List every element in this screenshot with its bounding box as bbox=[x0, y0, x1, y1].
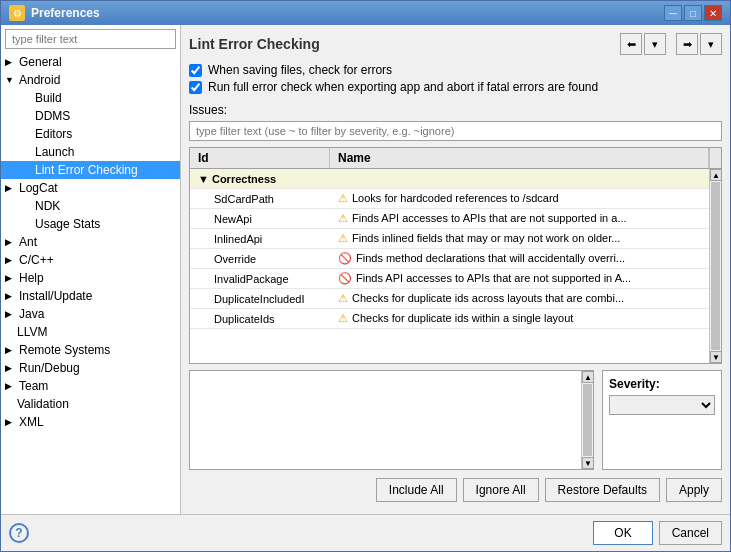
sidebar-item-general[interactable]: ▶ General bbox=[1, 53, 180, 71]
id-column-header: Id bbox=[190, 148, 330, 168]
preferences-window: ⚙ Preferences ─ □ ✕ ▶ General ▼ Android bbox=[0, 0, 731, 552]
table-cell-id: Override bbox=[190, 251, 330, 267]
sidebar-item-validation[interactable]: Validation bbox=[1, 395, 180, 413]
table-row[interactable]: NewApi ⚠Finds API accesses to APIs that … bbox=[190, 209, 709, 229]
expand-arrow-icon: ▶ bbox=[5, 255, 17, 265]
expand-arrow-icon: ▶ bbox=[5, 183, 17, 193]
sidebar-item-ddms[interactable]: DDMS bbox=[1, 107, 180, 125]
title-bar: ⚙ Preferences ─ □ ✕ bbox=[1, 1, 730, 25]
table-row[interactable]: DuplicateIds ⚠Checks for duplicate ids w… bbox=[190, 309, 709, 329]
sidebar-item-java[interactable]: ▶ Java bbox=[1, 305, 180, 323]
sidebar-item-ant[interactable]: ▶ Ant bbox=[1, 233, 180, 251]
sidebar-item-label: Usage Stats bbox=[35, 217, 100, 231]
expand-arrow-icon: ▶ bbox=[5, 363, 17, 373]
group-arrow-icon: ▼ bbox=[198, 173, 212, 185]
table-cell-id: InlinedApi bbox=[190, 231, 330, 247]
scroll-up-icon[interactable]: ▲ bbox=[582, 371, 594, 383]
restore-defaults-button[interactable]: Restore Defaults bbox=[545, 478, 660, 502]
table-cell-id: ▼ Correctness bbox=[190, 171, 330, 187]
panel-title: Lint Error Checking bbox=[189, 36, 320, 52]
sidebar-item-lint-error-checking[interactable]: Lint Error Checking bbox=[1, 161, 180, 179]
table-cell-name: ⚠Finds API accesses to APIs that are not… bbox=[330, 210, 709, 227]
sidebar-item-remote-systems[interactable]: ▶ Remote Systems bbox=[1, 341, 180, 359]
description-scrollbar[interactable]: ▲ ▼ bbox=[581, 371, 593, 469]
sidebar-item-editors[interactable]: Editors bbox=[1, 125, 180, 143]
sidebar-item-xml[interactable]: ▶ XML bbox=[1, 413, 180, 431]
main-content: ▶ General ▼ Android Build DDMS Editors bbox=[1, 25, 730, 514]
expand-arrow-icon: ▶ bbox=[5, 57, 17, 67]
window-icon: ⚙ bbox=[9, 5, 25, 21]
warning-icon: ⚠ bbox=[338, 212, 348, 224]
scroll-down-button[interactable]: ▼ bbox=[710, 351, 721, 363]
sidebar-item-usage-stats[interactable]: Usage Stats bbox=[1, 215, 180, 233]
table-cell-name: 🚫Finds API accesses to APIs that are not… bbox=[330, 270, 709, 287]
scrollbar-placeholder bbox=[709, 148, 721, 168]
bottom-section: ▲ ▼ Severity: Error Warning Info Ignore bbox=[189, 370, 722, 470]
sidebar-item-install-update[interactable]: ▶ Install/Update bbox=[1, 287, 180, 305]
expand-arrow-icon: ▶ bbox=[5, 309, 17, 319]
minimize-button[interactable]: ─ bbox=[664, 5, 682, 21]
sidebar-item-llvm[interactable]: LLVM bbox=[1, 323, 180, 341]
sidebar-item-cpp[interactable]: ▶ C/C++ bbox=[1, 251, 180, 269]
sidebar-item-label: Remote Systems bbox=[19, 343, 110, 357]
maximize-button[interactable]: □ bbox=[684, 5, 702, 21]
table-row[interactable]: InlinedApi ⚠Finds inlined fields that ma… bbox=[190, 229, 709, 249]
sidebar-item-label: C/C++ bbox=[19, 253, 54, 267]
scroll-thumb[interactable] bbox=[711, 182, 720, 350]
apply-button[interactable]: Apply bbox=[666, 478, 722, 502]
sidebar-item-label: DDMS bbox=[35, 109, 70, 123]
sidebar-item-ndk[interactable]: NDK bbox=[1, 197, 180, 215]
scroll-thumb[interactable] bbox=[583, 384, 592, 456]
sidebar-item-build[interactable]: Build bbox=[1, 89, 180, 107]
checkbox-row-export: Run full error check when exporting app … bbox=[189, 80, 722, 94]
table-cell-name: ⚠Checks for duplicate ids within a singl… bbox=[330, 310, 709, 327]
scroll-down-icon[interactable]: ▼ bbox=[582, 457, 594, 469]
ok-button[interactable]: OK bbox=[593, 521, 652, 545]
table-row[interactable]: Override 🚫Finds method declarations that… bbox=[190, 249, 709, 269]
title-bar-left: ⚙ Preferences bbox=[9, 5, 100, 21]
sidebar-item-label: Java bbox=[19, 307, 44, 321]
sidebar-item-label: Team bbox=[19, 379, 48, 393]
issues-filter-input[interactable] bbox=[189, 121, 722, 141]
table-row[interactable]: ▼ Correctness bbox=[190, 169, 709, 189]
sidebar-item-help[interactable]: ▶ Help bbox=[1, 269, 180, 287]
back-button[interactable]: ⬅ bbox=[620, 33, 642, 55]
action-buttons-row: Include All Ignore All Restore Defaults … bbox=[189, 470, 722, 506]
forward-button[interactable]: ➡ bbox=[676, 33, 698, 55]
sidebar-item-label: Editors bbox=[35, 127, 72, 141]
sidebar-item-run-debug[interactable]: ▶ Run/Debug bbox=[1, 359, 180, 377]
sidebar-item-logcat[interactable]: ▶ LogCat bbox=[1, 179, 180, 197]
back-dropdown-button[interactable]: ▾ bbox=[644, 33, 666, 55]
table-row[interactable]: DuplicateIncludedI ⚠Checks for duplicate… bbox=[190, 289, 709, 309]
sidebar-filter-input[interactable] bbox=[5, 29, 176, 49]
checkbox-row-save: When saving files, check for errors bbox=[189, 63, 722, 77]
checkboxes-section: When saving files, check for errors Run … bbox=[189, 63, 722, 97]
check-save-checkbox[interactable] bbox=[189, 64, 202, 77]
cancel-button[interactable]: Cancel bbox=[659, 521, 722, 545]
sidebar-item-label: LogCat bbox=[19, 181, 58, 195]
sidebar-item-label: Validation bbox=[17, 397, 69, 411]
warning-icon: ⚠ bbox=[338, 292, 348, 304]
expand-arrow-icon: ▶ bbox=[5, 381, 17, 391]
warning-icon: ⚠ bbox=[338, 312, 348, 324]
forward-dropdown-button[interactable]: ▾ bbox=[700, 33, 722, 55]
ignore-all-button[interactable]: Ignore All bbox=[463, 478, 539, 502]
table-row[interactable]: InvalidPackage 🚫Finds API accesses to AP… bbox=[190, 269, 709, 289]
sidebar-item-team[interactable]: ▶ Team bbox=[1, 377, 180, 395]
help-button[interactable]: ? bbox=[9, 523, 29, 543]
sidebar-item-android[interactable]: ▼ Android bbox=[1, 71, 180, 89]
scroll-up-button[interactable]: ▲ bbox=[710, 169, 721, 181]
table-cell-name: ⚠Looks for hardcoded references to /sdca… bbox=[330, 190, 709, 207]
table-body: ▼ Correctness SdCardPath ⚠Looks for hard… bbox=[190, 169, 709, 363]
bottom-bar-right: OK Cancel bbox=[593, 521, 722, 545]
close-button[interactable]: ✕ bbox=[704, 5, 722, 21]
sidebar-item-label: Build bbox=[35, 91, 62, 105]
check-export-checkbox[interactable] bbox=[189, 81, 202, 94]
sidebar-item-launch[interactable]: Launch bbox=[1, 143, 180, 161]
severity-select[interactable]: Error Warning Info Ignore bbox=[609, 395, 715, 415]
sidebar: ▶ General ▼ Android Build DDMS Editors bbox=[1, 25, 181, 514]
vertical-scrollbar[interactable]: ▲ ▼ bbox=[709, 169, 721, 363]
include-all-button[interactable]: Include All bbox=[376, 478, 457, 502]
bottom-bar: ? OK Cancel bbox=[1, 514, 730, 551]
table-row[interactable]: SdCardPath ⚠Looks for hardcoded referenc… bbox=[190, 189, 709, 209]
